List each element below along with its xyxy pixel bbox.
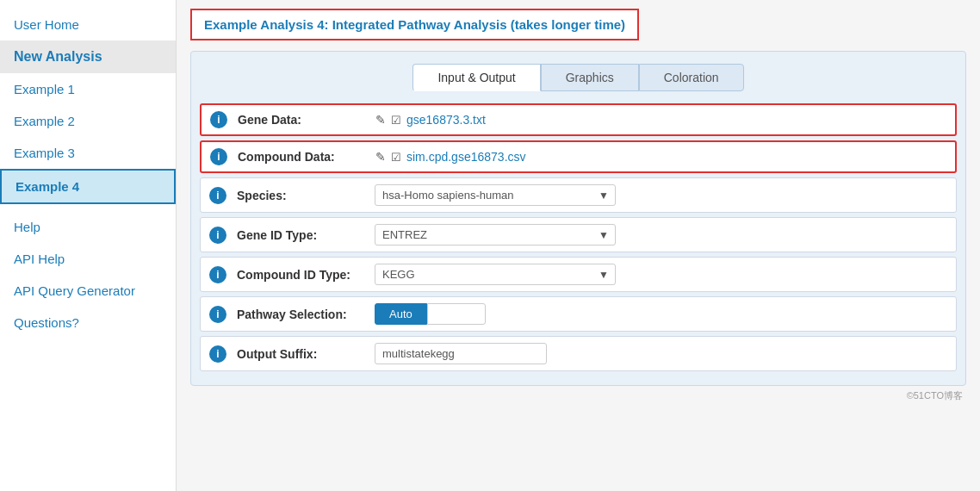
sidebar-item-api-query[interactable]: API Query Generator (0, 275, 176, 307)
compound-id-type-label: Compound ID Type: (237, 268, 375, 282)
compound-id-type-row: i Compound ID Type: KEGG HMDB PUBCHEM ▼ (200, 257, 957, 292)
compound-data-file-link[interactable]: sim.cpd.gse16873.csv (406, 150, 526, 164)
sidebar-item-example1[interactable]: Example 1 (0, 73, 176, 105)
species-row: i Species: hsa-Homo sapiens-human mmu-Mu… (200, 177, 957, 213)
pathway-selection-row: i Pathway Selection: Auto (200, 296, 957, 332)
gene-data-file-link[interactable]: gse16873.3.txt (406, 113, 486, 127)
gene-data-edit-icon[interactable]: ✎ (375, 113, 386, 127)
output-suffix-info-icon[interactable]: i (209, 345, 226, 363)
sidebar-item-user-home[interactable]: User Home (0, 9, 176, 40)
sidebar-item-help[interactable]: Help (0, 211, 176, 243)
main-content: Example Analysis 4: Integrated Pathway A… (177, 0, 980, 491)
gene-id-type-label: Gene ID Type: (237, 228, 375, 242)
sidebar-item-new-analysis[interactable]: New Analysis (0, 40, 176, 73)
tab-coloration[interactable]: Coloration (639, 64, 744, 91)
sidebar: User Home New Analysis Example 1 Example… (0, 0, 177, 491)
sidebar-item-example4[interactable]: Example 4 (0, 169, 176, 204)
output-suffix-row: i Output Suffix: (200, 336, 957, 371)
compound-data-edit-icon[interactable]: ✎ (375, 150, 386, 164)
example-banner: Example Analysis 4: Integrated Pathway A… (190, 9, 639, 40)
compound-data-row: i Compound Data: ✎ ☑ sim.cpd.gse16873.cs… (200, 140, 957, 173)
gene-data-info-icon[interactable]: i (210, 111, 227, 128)
gene-id-type-row: i Gene ID Type: ENTREZ SYMBOL ENSEMBL UN… (200, 217, 957, 252)
gene-data-value: ✎ ☑ gse16873.3.txt (375, 113, 946, 127)
pathway-selection-info-icon[interactable]: i (209, 306, 226, 323)
pathway-buttons: Auto (375, 303, 486, 325)
compound-id-type-value: KEGG HMDB PUBCHEM ▼ (375, 264, 947, 285)
gene-id-type-info-icon[interactable]: i (209, 227, 226, 244)
compound-data-value: ✎ ☑ sim.cpd.gse16873.csv (375, 150, 946, 164)
sidebar-item-api-help[interactable]: API Help (0, 243, 176, 275)
gene-data-row: i Gene Data: ✎ ☑ gse16873.3.txt (200, 103, 957, 136)
gene-data-label: Gene Data: (238, 113, 375, 127)
pathway-auto-button[interactable]: Auto (375, 303, 427, 325)
tab-graphics[interactable]: Graphics (541, 64, 639, 91)
tabs-container: Input & Output Graphics Coloration (200, 64, 957, 91)
gene-id-type-select-wrap: ENTREZ SYMBOL ENSEMBL UNIPROT ▼ (375, 224, 616, 246)
sidebar-item-questions[interactable]: Questions? (0, 307, 176, 339)
species-select-wrap: hsa-Homo sapiens-human mmu-Mus musculus-… (375, 184, 616, 206)
output-suffix-input[interactable] (375, 343, 547, 364)
sidebar-item-example3[interactable]: Example 3 (0, 137, 176, 169)
compound-data-label: Compound Data: (238, 150, 375, 164)
species-value: hsa-Homo sapiens-human mmu-Mus musculus-… (375, 184, 947, 206)
gene-id-type-value: ENTREZ SYMBOL ENSEMBL UNIPROT ▼ (375, 224, 947, 246)
gene-data-checkbox-icon[interactable]: ☑ (391, 114, 401, 127)
tab-input-output[interactable]: Input & Output (412, 64, 540, 91)
compound-data-info-icon[interactable]: i (210, 148, 227, 165)
watermark: ©51CTO博客 (190, 389, 966, 402)
compound-id-type-select[interactable]: KEGG HMDB PUBCHEM (375, 264, 616, 285)
sidebar-item-example2[interactable]: Example 2 (0, 105, 176, 137)
compound-data-checkbox-icon[interactable]: ☑ (391, 151, 401, 164)
species-select[interactable]: hsa-Homo sapiens-human mmu-Mus musculus-… (375, 184, 616, 206)
pathway-selection-label: Pathway Selection: (237, 308, 375, 321)
compound-id-type-info-icon[interactable]: i (209, 266, 226, 283)
species-label: Species: (237, 189, 375, 202)
output-suffix-value (375, 343, 947, 364)
output-suffix-label: Output Suffix: (237, 347, 375, 361)
form-section: i Gene Data: ✎ ☑ gse16873.3.txt i Compou… (200, 103, 957, 371)
gene-id-type-select[interactable]: ENTREZ SYMBOL ENSEMBL UNIPROT (375, 224, 616, 246)
species-info-icon[interactable]: i (209, 187, 226, 204)
pathway-blank-button[interactable] (427, 303, 486, 325)
tab-panel: Input & Output Graphics Coloration i Gen… (190, 51, 966, 386)
compound-id-type-select-wrap: KEGG HMDB PUBCHEM ▼ (375, 264, 616, 285)
pathway-selection-value: Auto (375, 303, 947, 325)
